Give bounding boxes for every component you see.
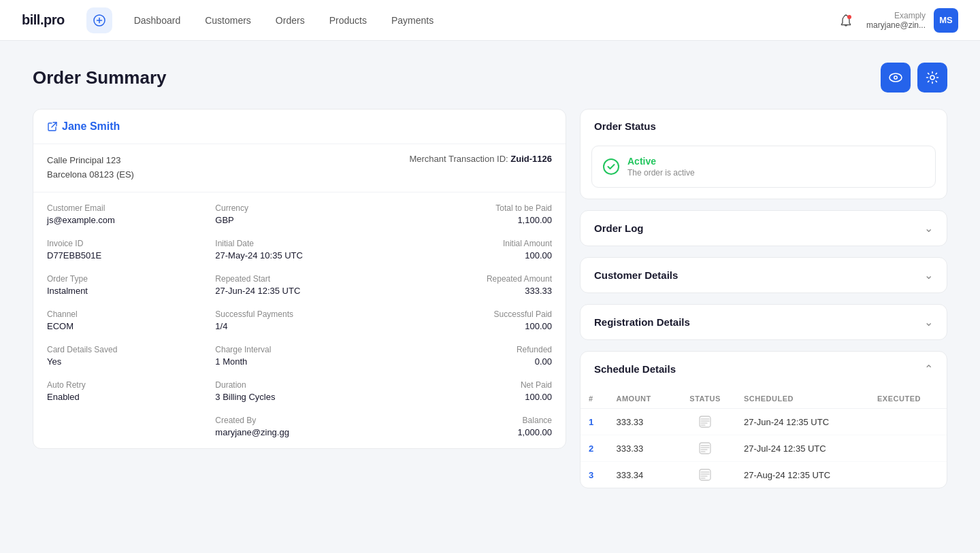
- order-type-label: Order Type: [47, 274, 215, 284]
- col-amount: AMOUNT: [608, 389, 674, 409]
- order-log-title: Order Log: [594, 222, 644, 234]
- charge-interval-label: Charge Interval: [215, 345, 383, 354]
- created-by-label: Created By: [215, 416, 383, 425]
- user-email: maryjane@zin...: [866, 20, 926, 30]
- repeated-amount-item: Repeated Amount 333.33: [384, 274, 552, 296]
- initial-amount-value: 100.00: [384, 250, 552, 261]
- order-status-card: Order Status Active The order is active: [580, 109, 947, 199]
- svg-point-4: [895, 77, 897, 79]
- initial-date-item: Initial Date 27-May-24 10:35 UTC: [215, 239, 383, 261]
- schedule-details-title: Schedule Details: [594, 363, 676, 375]
- row-executed-2: [869, 462, 947, 488]
- net-paid-value: 100.00: [384, 392, 552, 402]
- customer-details-card: Customer Details ⌄: [580, 257, 947, 293]
- registration-details-header[interactable]: Registration Details ⌄: [581, 305, 947, 339]
- add-button[interactable]: [86, 7, 112, 33]
- schedule-details-card: Schedule Details ⌃ # AMOUNT STATUS SCHED…: [580, 351, 947, 488]
- net-paid-item: Net Paid 100.00: [384, 380, 552, 402]
- row-executed-1: [869, 435, 947, 462]
- total-paid-item: Total to be Paid 1,100.00: [384, 203, 552, 225]
- customer-email-label: Customer Email: [47, 203, 215, 213]
- nav-customers[interactable]: Customers: [194, 10, 262, 31]
- customer-details-chevron: ⌄: [924, 269, 933, 282]
- total-paid-label: Total to be Paid: [384, 203, 552, 213]
- row-executed-0: [869, 409, 947, 435]
- successful-paid-label: Successful Paid: [384, 309, 552, 319]
- page-title: Order Summary: [33, 67, 167, 88]
- order-log-card: Order Log ⌄: [580, 210, 947, 246]
- row-amount-2: 333.34: [608, 462, 674, 488]
- customer-name: Jane Smith: [62, 120, 120, 133]
- customer-details-header[interactable]: Customer Details ⌄: [581, 258, 947, 292]
- initial-amount-label: Initial Amount: [384, 239, 552, 248]
- details-col-3: Total to be Paid 1,100.00 Initial Amount…: [384, 203, 552, 437]
- card-header: Jane Smith: [33, 110, 566, 144]
- currency-label: Currency: [215, 203, 383, 213]
- customer-link[interactable]: Jane Smith: [47, 120, 120, 133]
- invoice-id-value: D77EBB501E: [47, 250, 215, 261]
- order-card: Jane Smith Calle Principal 123 Barcelona…: [33, 109, 566, 449]
- auto-retry-label: Auto Retry: [47, 380, 215, 390]
- address-bar: Calle Principal 123 Barcelona 08123 (ES)…: [33, 144, 566, 192]
- schedule-details-header[interactable]: Schedule Details ⌃: [581, 352, 947, 386]
- header-actions: [881, 63, 947, 93]
- balance-value: 1,000.00: [384, 427, 552, 437]
- row-scheduled-0: 27-Jun-24 12:35 UTC: [736, 409, 869, 435]
- schedule-row: 3 333.34 27-Aug-24 12:35 UTC: [581, 462, 947, 488]
- details-col-1: Customer Email js@example.com Invoice ID…: [47, 203, 215, 437]
- registration-details-title: Registration Details: [594, 316, 690, 328]
- currency-value: GBP: [215, 215, 383, 225]
- repeated-amount-label: Repeated Amount: [384, 274, 552, 284]
- user-info: Examply maryjane@zin...: [866, 11, 926, 30]
- nav-products[interactable]: Products: [318, 10, 378, 31]
- user-avatar[interactable]: MS: [934, 8, 958, 33]
- row-amount-1: 333.33: [608, 435, 674, 462]
- registration-details-card: Registration Details ⌄: [580, 304, 947, 340]
- svg-point-1: [847, 15, 851, 19]
- duration-label: Duration: [215, 380, 383, 390]
- repeated-start-label: Repeated Start: [215, 274, 383, 284]
- notification-button[interactable]: [834, 8, 858, 33]
- duration-value: 3 Billing Cycles: [215, 392, 383, 402]
- created-by-item: Created By maryjane@zing.gg: [215, 416, 383, 437]
- charge-interval-value: 1 Month: [215, 356, 383, 367]
- order-log-header[interactable]: Order Log ⌄: [581, 211, 947, 246]
- customer-details-title: Customer Details: [594, 269, 678, 281]
- total-paid-value: 1,100.00: [384, 215, 552, 225]
- main-layout: Jane Smith Calle Principal 123 Barcelona…: [33, 109, 947, 488]
- auto-retry-value: Enabled: [47, 392, 215, 402]
- settings-button[interactable]: [917, 63, 947, 93]
- brand-logo[interactable]: bill.pro: [22, 12, 65, 28]
- navbar-right: Examply maryjane@zin... MS: [834, 8, 958, 33]
- schedule-row: 2 333.33 27-Jul-24 12:35 UTC: [581, 435, 947, 462]
- refunded-label: Refunded: [384, 345, 552, 354]
- order-type-value: Instalment: [47, 286, 215, 296]
- row-scheduled-2: 27-Aug-24 12:35 UTC: [736, 462, 869, 488]
- successful-payments-value: 1/4: [215, 321, 383, 331]
- customer-email-value: js@example.com: [47, 215, 215, 225]
- card-details-value: Yes: [47, 356, 215, 367]
- balance-label: Balance: [384, 416, 552, 425]
- row-status-2: [674, 462, 736, 488]
- merchant-transaction-id: Merchant Transaction ID: Zuid-1126: [409, 154, 552, 164]
- schedule-table-header-row: # AMOUNT STATUS SCHEDULED EXECUTED: [581, 389, 947, 409]
- status-description: The order is active: [627, 168, 695, 178]
- order-status-header[interactable]: Order Status: [581, 110, 947, 143]
- page-header: Order Summary: [33, 63, 947, 93]
- channel-value: ECOM: [47, 321, 215, 331]
- invoice-id-label: Invoice ID: [47, 239, 215, 248]
- schedule-table-head: # AMOUNT STATUS SCHEDULED EXECUTED: [581, 389, 947, 409]
- order-status-title: Order Status: [594, 120, 656, 132]
- address-line1: Calle Principal 123: [47, 154, 134, 168]
- nav-dashboard[interactable]: Dashboard: [123, 10, 192, 31]
- nav-orders[interactable]: Orders: [265, 10, 316, 31]
- view-button[interactable]: [881, 63, 911, 93]
- nav-payments[interactable]: Payments: [380, 10, 444, 31]
- currency-item: Currency GBP: [215, 203, 383, 225]
- duration-item: Duration 3 Billing Cycles: [215, 380, 383, 402]
- row-num-0: 1: [581, 409, 608, 435]
- details-grid: Customer Email js@example.com Invoice ID…: [33, 192, 566, 448]
- status-text: Active The order is active: [627, 156, 695, 178]
- successful-payments-label: Successful Payments: [215, 309, 383, 319]
- net-paid-label: Net Paid: [384, 380, 552, 390]
